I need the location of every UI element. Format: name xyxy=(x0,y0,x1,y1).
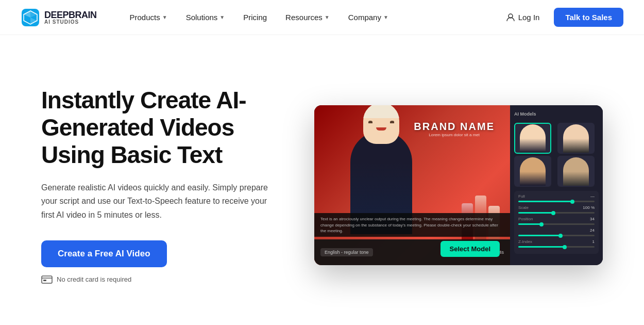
model-thumb-4[interactable] xyxy=(557,156,595,187)
panel-settings: Full — Scale 100 % xyxy=(514,191,599,254)
position-x-slider[interactable] xyxy=(518,223,595,225)
hero-title: Instantly Create AI-Generated Videos Usi… xyxy=(41,87,273,169)
panel-title: AI Models xyxy=(514,111,599,117)
svg-rect-6 xyxy=(42,276,52,283)
brand-name-text: BRAND NAME xyxy=(414,121,495,133)
nav-right: Log In Talk to Sales xyxy=(500,8,623,27)
nav-company[interactable]: Company ▼ xyxy=(340,9,397,26)
credit-card-icon xyxy=(41,275,53,284)
caption-area: Text is an atrociously unclear output du… xyxy=(314,213,510,237)
svg-rect-8 xyxy=(43,280,46,281)
select-model-button[interactable]: Select Model xyxy=(440,241,500,257)
talk-to-sales-button[interactable]: Talk to Sales xyxy=(554,8,623,27)
model-thumb-1[interactable] xyxy=(514,123,551,154)
nav-pricing[interactable]: Pricing xyxy=(235,9,275,26)
login-button[interactable]: Log In xyxy=(500,9,546,26)
nav-products[interactable]: Products ▼ xyxy=(122,9,176,26)
logo-subtitle: AI STUDIOS xyxy=(44,20,97,25)
z-index-slider[interactable] xyxy=(518,246,595,248)
hero-section: Instantly Create AI-Generated Videos Usi… xyxy=(0,35,644,325)
video-preview: BRAND NAME Lorem ipsum dolor sit a met xyxy=(314,105,510,265)
model-thumbnails xyxy=(514,123,599,187)
navbar: DEEPBRAIN AI STUDIOS Products ▼ Solution… xyxy=(0,0,644,35)
product-screenshot: BRAND NAME Lorem ipsum dolor sit a met xyxy=(314,105,603,265)
chevron-down-icon: ▼ xyxy=(325,14,330,20)
logo-brand: DEEPBRAIN xyxy=(44,10,97,20)
logo[interactable]: DEEPBRAIN AI STUDIOS xyxy=(21,8,97,27)
scale-slider[interactable] xyxy=(518,212,595,214)
model-thumb-3[interactable] xyxy=(514,156,551,187)
nav-resources[interactable]: Resources ▼ xyxy=(277,9,338,26)
ai-models-panel: AI Models xyxy=(510,105,603,265)
brand-sub-text: Lorem ipsum dolor sit a met xyxy=(414,133,495,137)
full-slider[interactable] xyxy=(518,201,595,202)
nav-links: Products ▼ Solutions ▼ Pricing Resources… xyxy=(122,9,500,26)
language-badge: English - regular tone xyxy=(320,248,373,256)
position-y-slider[interactable] xyxy=(518,235,595,236)
model-thumb-2[interactable] xyxy=(557,123,595,154)
caption-text: Text is an atrociously unclear output du… xyxy=(320,216,504,234)
create-video-button[interactable]: Create a Free AI Video xyxy=(41,240,167,267)
chevron-down-icon: ▼ xyxy=(383,14,388,20)
chevron-down-icon: ▼ xyxy=(162,14,167,20)
no-credit-notice: No credit card is required xyxy=(41,275,273,284)
hero-content: Instantly Create AI-Generated Videos Usi… xyxy=(41,87,273,284)
logo-icon xyxy=(21,8,40,27)
chevron-down-icon: ▼ xyxy=(219,14,225,20)
nav-solutions[interactable]: Solutions ▼ xyxy=(178,9,233,26)
hero-screenshot: BRAND NAME Lorem ipsum dolor sit a met xyxy=(314,105,603,265)
brand-overlay: BRAND NAME Lorem ipsum dolor sit a met xyxy=(414,121,495,137)
user-icon xyxy=(506,13,515,22)
hero-description: Generate realistic AI videos quickly and… xyxy=(41,181,273,222)
